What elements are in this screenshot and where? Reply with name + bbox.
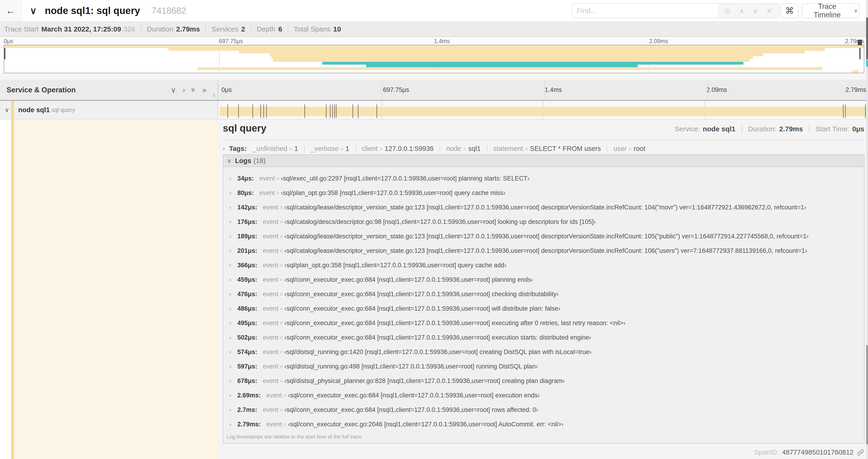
trace-info-item: Depth6 — [251, 25, 282, 33]
collapse-one-icon[interactable]: ∨ — [170, 86, 176, 94]
chevron-right-icon: › — [229, 378, 237, 384]
chevron-down-icon: ∨ — [854, 8, 858, 14]
log-marker — [326, 104, 327, 118]
chevron-right-icon: › — [229, 219, 237, 225]
trace-info-label: Duration — [147, 25, 174, 33]
trace-info-value: 6 — [278, 25, 282, 33]
trace-info-item: Total Spans10 — [288, 25, 341, 33]
log-row[interactable]: ›2.7ms:event = ‹sql/conn_executor_exec.g… — [223, 402, 864, 417]
trace-info-value: 2.79ms — [176, 25, 200, 33]
chevron-right-icon: › — [229, 276, 237, 283]
log-row[interactable]: ›486μs:event = ‹sql/conn_executor_exec.g… — [223, 301, 864, 316]
tag-value: 1 — [294, 145, 298, 153]
log-row-body: event = ‹sql/distsql_running.go:1420 [ns… — [263, 349, 591, 356]
log-row[interactable]: ›176μs:event = ‹sql/catalog/descs/descri… — [223, 215, 864, 229]
span-meta-value: node sql1 — [703, 125, 736, 133]
tag-key: node — [446, 145, 461, 153]
clear-search-icon[interactable]: ✕ — [767, 7, 772, 15]
minimap-tick-label: 2.09ms — [649, 38, 668, 44]
log-field-value: ‹sql/plan_opt.go:358 [nsql1,client=127.0… — [281, 189, 505, 196]
top-bar: ← ∨ node sql1: sql query 7418682 ◎ ∧ ∨ ✕… — [0, 0, 868, 22]
span-row[interactable]: ∨ node sql1 sql query — [0, 101, 868, 120]
prev-result-icon[interactable]: ∧ — [739, 7, 744, 15]
timeline-header-right: 0μs697.75μs1.4ms2.09ms2.79ms — [218, 80, 868, 100]
next-result-icon[interactable]: ∨ — [753, 7, 758, 15]
column-resize-handle[interactable]: ‖ — [213, 92, 215, 99]
log-field-key: event — [259, 189, 275, 196]
span-detail-header[interactable]: sql query Service:node sql1Duration:2.79… — [223, 123, 864, 138]
log-row[interactable]: ›80μs:event = ‹sql/plan_opt.go:358 [nsql… — [223, 186, 864, 200]
expand-one-icon[interactable]: › — [183, 86, 185, 94]
span-duration-bar[interactable] — [220, 107, 866, 116]
log-row[interactable]: ›502μs:event = ‹sql/conn_executor_exec.g… — [223, 330, 864, 345]
log-field-key: event — [267, 392, 282, 399]
log-row[interactable]: ›678μs:event = ‹sql/distsql_physical_pla… — [223, 374, 864, 388]
tag-key: _unfinished — [253, 145, 287, 153]
log-row[interactable]: ›459μs:event = ‹sql/conn_executor_exec.g… — [223, 272, 864, 287]
log-row[interactable]: ›34μs:event = ‹sql/exec_util.go:2297 [ns… — [223, 171, 864, 186]
span-detail-panel: sql query Service:node sql1Duration:2.79… — [218, 120, 868, 459]
find-controls: ◎ ∧ ∨ ✕ — [718, 3, 779, 18]
log-row-body: event = ‹sql/exec_util.go:2297 [nsql1,cl… — [259, 175, 530, 182]
log-field-equals: = — [278, 248, 284, 254]
tag-item: client=127.0.0.1:59936 — [355, 145, 434, 153]
operation-name: sql query — [51, 101, 75, 119]
chevron-down-icon: ∨ — [30, 5, 37, 16]
keyboard-shortcuts-button[interactable]: ⌘ — [781, 3, 799, 18]
tag-value: 1 — [346, 145, 349, 153]
find-input[interactable] — [572, 3, 718, 18]
log-row[interactable]: ›597μs:event = ‹sql/distsql_running.go:4… — [223, 359, 864, 374]
find-scope-icon[interactable]: ◎ — [724, 7, 731, 15]
log-row[interactable]: ›366μs:event = ‹sql/plan_opt.go:358 [nsq… — [223, 258, 864, 272]
span-row-name-cell[interactable]: ∨ node sql1 sql query — [0, 101, 218, 120]
log-row[interactable]: ›189μs:event = ‹sql/catalog/lease/descri… — [223, 229, 864, 243]
log-field-key: event — [263, 320, 278, 327]
tag-value: sql1 — [468, 145, 480, 153]
minimap-canvas[interactable] — [4, 45, 864, 73]
chevron-down-icon: ∨ — [227, 157, 231, 164]
span-meta-label: Service: — [675, 125, 700, 133]
log-timestamp: 176μs: — [237, 218, 257, 226]
tag-value: 127.0.0.1:59936 — [385, 145, 434, 153]
trace-info-label: Depth — [257, 25, 275, 33]
link-icon[interactable] — [857, 449, 864, 456]
span-row-timeline-cell[interactable] — [218, 101, 868, 120]
span-id-row: SpanID: 4877749850101760812 — [754, 449, 864, 456]
log-field-value: ‹sql/distsql_running.go:498 [nsql1,clien… — [284, 363, 538, 370]
collapse-all-icon[interactable]: » — [189, 88, 198, 92]
chevron-right-icon: › — [229, 233, 237, 239]
page-scrollbar[interactable] — [866, 0, 868, 459]
trace-collapse-toggle[interactable]: ∨ — [30, 0, 37, 22]
log-timestamp: 597μs: — [237, 363, 257, 370]
log-field-key: event — [263, 262, 278, 269]
log-timestamp: 495μs: — [237, 320, 257, 327]
span-detail-zone: sql query Service:node sql1Duration:2.79… — [0, 120, 868, 459]
trace-info-label: Services — [212, 25, 239, 33]
log-row[interactable]: ›201μs:event = ‹sql/catalog/lease/descri… — [223, 243, 864, 258]
expand-all-icon[interactable]: » — [202, 86, 207, 94]
chevron-down-icon[interactable]: ∨ — [5, 101, 9, 119]
logs-header[interactable]: ∨ Logs (18) — [223, 155, 864, 167]
log-row[interactable]: ›2.69ms:event = ‹sql/conn_executor_exec.… — [223, 388, 864, 402]
log-marker — [332, 104, 333, 118]
log-row-body: event = ‹sql/conn_executor_exec.go:684 [… — [263, 320, 626, 327]
tag-item: _unfinished=1 — [253, 145, 298, 153]
timeline-tick-label: 1.4ms — [545, 86, 562, 94]
log-row[interactable]: ›476μs:event = ‹sql/conn_executor_exec.g… — [223, 287, 864, 301]
log-row[interactable]: ›2.79ms:event = ‹sql/conn_executor_exec.… — [223, 417, 864, 431]
find-bar: ◎ ∧ ∨ ✕ — [572, 3, 779, 18]
log-field-value: ‹sql/plan_opt.go:358 [nsql1,client=127.0… — [284, 262, 506, 269]
log-row[interactable]: ›574μs:event = ‹sql/distsql_running.go:1… — [223, 345, 864, 359]
log-row[interactable]: ›142μs:event = ‹sql/catalog/lease/descri… — [223, 200, 864, 215]
minimap-tick-label: 697.75μs — [219, 38, 243, 44]
back-button[interactable]: ← — [0, 0, 22, 22]
log-row-body: event = ‹sql/catalog/lease/descriptor_ve… — [263, 204, 806, 211]
tags-row[interactable]: › › Tags: _unfinished=1_verbose=1client=… — [223, 143, 864, 154]
log-marker — [358, 104, 359, 118]
log-marker — [330, 104, 331, 118]
log-row[interactable]: ›495μs:event = ‹sql/conn_executor_exec.g… — [223, 316, 864, 330]
view-selector-button[interactable]: Trace Timeline ∨ — [802, 3, 860, 18]
log-field-value: ‹sql/catalog/lease/descriptor_version_st… — [284, 233, 809, 240]
service-operation-header: Service & Operation — [6, 80, 75, 100]
log-marker — [260, 104, 261, 118]
